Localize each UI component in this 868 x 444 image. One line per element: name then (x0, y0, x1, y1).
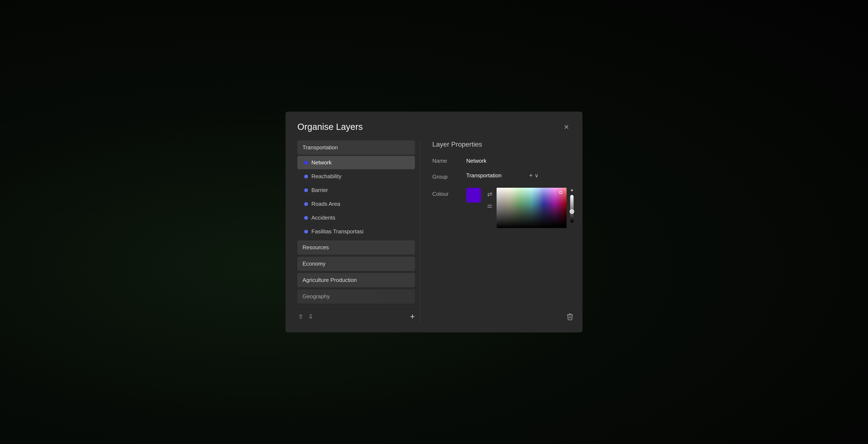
brightness-slider-wrapper: ✦ (570, 188, 574, 223)
group-select-wrapper: Transportation + ∨ (466, 172, 538, 179)
group-add-button[interactable]: + (529, 172, 533, 179)
layer-item-accidents[interactable]: Accidents (298, 211, 415, 224)
layer-item-roads-area[interactable]: Roads Area (298, 197, 415, 211)
delete-button[interactable] (566, 313, 574, 322)
layer-dot-reachability (304, 175, 308, 179)
group-header-geography[interactable]: Geography (298, 289, 415, 304)
brightness-slider-track[interactable] (570, 195, 574, 223)
layer-item-barrier[interactable]: Barrier (298, 184, 415, 197)
group-row: Group Transportation + ∨ (432, 172, 574, 180)
sliders-button[interactable]: ⚌ (486, 201, 493, 210)
layer-item-network[interactable]: Network (298, 156, 415, 169)
colour-picker-area: ⇄ ⚌ ✦ (485, 188, 574, 228)
right-panel: Layer Properties Name Network Group Tran… (421, 140, 574, 322)
colour-picker-dot (559, 191, 562, 194)
group-header-economy[interactable]: Economy (298, 257, 415, 271)
name-label: Name (432, 156, 466, 164)
layers-list: Transportation Network Reachability Barr… (298, 140, 416, 305)
layer-dot-barrier (304, 188, 308, 192)
trash-icon (566, 313, 574, 321)
brightness-icon: ✦ (570, 188, 574, 193)
group-dropdown-button[interactable]: ∨ (534, 172, 538, 179)
group-buttons: + ∨ (529, 172, 538, 179)
colour-extra-buttons: ⇄ ⚌ (486, 188, 493, 210)
layer-dot-fasilitas (304, 230, 308, 233)
modal-title: Organise Layers (298, 122, 363, 132)
properties-title: Layer Properties (432, 140, 574, 148)
colour-picker-canvas[interactable] (497, 188, 566, 228)
layer-dot-network (304, 161, 308, 165)
group-value: Transportation (466, 172, 526, 179)
layer-item-fasilitas[interactable]: Fasilitas Transportasi (298, 225, 415, 238)
add-layer-button[interactable]: + (409, 311, 416, 322)
colour-label: Colour (432, 188, 466, 197)
layer-dot-accidents (304, 216, 308, 220)
organise-layers-modal: Organise Layers × Transportation Network… (285, 112, 583, 332)
arrow-buttons: ⇧ ⇩ (298, 312, 314, 321)
left-panel: Transportation Network Reachability Barr… (298, 140, 421, 322)
colour-section: ⇄ ⚌ ✦ (466, 188, 574, 228)
group-header-transportation[interactable]: Transportation (298, 140, 415, 155)
group-header-agriculture[interactable]: Agriculture Production (298, 273, 415, 287)
brightness-slider-thumb (569, 209, 574, 214)
group-header-resources[interactable]: Resources (298, 240, 415, 255)
modal-header: Organise Layers × (298, 122, 570, 132)
modal-body: Transportation Network Reachability Barr… (298, 140, 570, 322)
colour-row: Colour ⇄ ⚌ (432, 188, 574, 228)
colour-swatch[interactable] (466, 188, 481, 202)
group-label: Group (432, 172, 466, 180)
name-row: Name Network (432, 156, 574, 164)
shuffle-colour-button[interactable]: ⇄ (486, 190, 493, 198)
left-footer: ⇧ ⇩ + (298, 307, 416, 322)
close-button[interactable]: × (562, 122, 570, 132)
move-down-button[interactable]: ⇩ (307, 312, 314, 321)
move-up-button[interactable]: ⇧ (298, 312, 304, 321)
name-value: Network (466, 156, 486, 164)
layer-item-reachability[interactable]: Reachability (298, 170, 415, 183)
layer-dot-roads-area (304, 202, 308, 206)
right-footer (432, 305, 574, 322)
